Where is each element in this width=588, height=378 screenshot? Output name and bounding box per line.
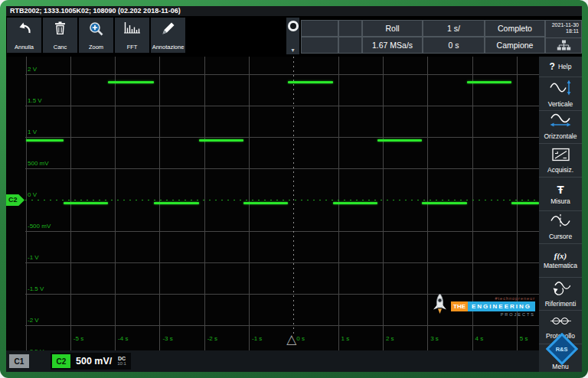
sidebar-item-acquisizione[interactable]: Acquisiz.	[539, 143, 582, 177]
sidebar-item-misura[interactable]: ŦMisura	[539, 177, 582, 210]
sidebar-item-help[interactable]: ?Help	[539, 57, 582, 77]
waveform-segment	[64, 202, 108, 204]
x-axis-label: -1 s	[252, 335, 262, 342]
x-axis-label: 4 s	[475, 335, 484, 342]
watermark: #technopreneurTHEENGINEERINGPROJECTS	[431, 293, 535, 320]
waveform-segment	[243, 202, 288, 204]
watermark-hashtag: #technopreneur	[495, 296, 535, 301]
y-axis-label: -1 V	[28, 254, 39, 261]
gridline-vertical	[204, 57, 205, 350]
reference-icon	[551, 281, 570, 298]
x-axis-label: 5 s	[520, 335, 528, 342]
sidebar-item-matematica[interactable]: f(x)Matematica	[539, 243, 582, 277]
status-acq-mode[interactable]: Roll	[362, 20, 423, 37]
x-axis-label: -5 s	[74, 335, 83, 342]
y-axis-label: 1 V	[28, 129, 37, 135]
toolbar-button-label: Zoom	[89, 44, 103, 51]
channel-tab-c1[interactable]: C1	[9, 354, 29, 368]
left-column: △2 V1.5 V1 V500 mV0 V-500 mV-1 V-1.5 V-2…	[6, 57, 539, 372]
waveform-segment	[377, 139, 422, 142]
trigger-triangle-icon[interactable]: △	[286, 333, 296, 346]
sidebar-item-label: Acquisiz.	[547, 166, 573, 174]
status-empty	[301, 37, 338, 54]
zoom-icon	[89, 21, 103, 39]
zero-volt-line	[25, 200, 539, 200]
undo-icon	[17, 21, 32, 37]
toolbar-button-label: Annulla	[15, 44, 34, 51]
device-bezel: RTB2002; 1333.1005K02; 108090 (02.202 20…	[0, 0, 588, 378]
sidebar-item-label: Misura	[550, 197, 570, 205]
question-icon: ?	[550, 61, 555, 72]
coupling-label: DC	[118, 356, 126, 361]
status-empty	[301, 20, 338, 37]
gridline-horizontal	[25, 106, 539, 106]
toolbar-button-canc[interactable]: Canc	[43, 18, 77, 53]
toolbar-button-zoom[interactable]: Zoom	[79, 18, 113, 53]
status-grid: Roll1 s/Completo1.67 MSa/s0 sCampione	[301, 20, 545, 54]
status-acq-type[interactable]: Campione	[485, 37, 545, 54]
toolbar: AnnullaCancZoomFFTAnnotazione ▾ Roll1 s/…	[6, 16, 582, 57]
datetime-box[interactable]: 2021-11-30 18:11	[545, 20, 582, 54]
acquisition-icon	[552, 148, 570, 165]
sidebar-item-label: Matematica	[544, 262, 577, 269]
waveform-segment	[108, 81, 154, 83]
y-axis-label: -500 mV	[28, 223, 51, 230]
y-axis-label: -1.5 V	[28, 285, 44, 292]
channel-tab-c2[interactable]: C2	[52, 354, 70, 368]
waveform-segment	[333, 202, 377, 204]
sidebar-item-cursore[interactable]: Cursore	[539, 210, 582, 244]
menu-sidebar: ?HelpVerticaleOrizzontaleAcquisiz.ŦMisur…	[539, 57, 582, 372]
sidebar-item-riferimenti[interactable]: Riferimenti	[539, 277, 582, 311]
sidebar-item-label: Cursore	[549, 233, 572, 240]
trash-icon	[54, 21, 66, 37]
pencil-icon	[162, 21, 175, 38]
toolbar-button-annulla[interactable]: Annulla	[7, 18, 41, 53]
waveform-segment	[288, 81, 333, 83]
status-horizontal-position[interactable]: 0 s	[423, 37, 485, 54]
y-axis-label: 0 V	[28, 191, 37, 198]
x-axis-label: 3 s	[430, 335, 439, 342]
sidebar-item-label: Help	[558, 63, 571, 70]
toolbar-button-fft[interactable]: FFT	[115, 18, 149, 53]
sidebar-item-label: Verticale	[548, 100, 573, 108]
channel-marker-c2[interactable]: C2	[6, 194, 24, 206]
measure-icon: Ŧ	[557, 183, 564, 196]
sidebar-item-verticale[interactable]: Verticale	[539, 77, 582, 110]
rs-logo-text: R&S	[556, 346, 568, 353]
sidebar-item-label: Riferimenti	[545, 300, 577, 308]
caret-down-icon[interactable]: ▾	[291, 47, 294, 54]
status-acq-state[interactable]: Completo	[485, 20, 545, 37]
status-sample-rate[interactable]: 1.67 MSa/s	[362, 37, 423, 54]
time-text: 18:11	[546, 28, 579, 34]
waveform-segment	[154, 202, 198, 204]
x-axis-label: 1 s	[341, 335, 350, 342]
gridline-horizontal	[25, 325, 539, 326]
fft-icon	[123, 21, 141, 37]
rocket-icon	[431, 293, 449, 320]
gridline-horizontal	[25, 137, 539, 138]
toolbar-options-knob[interactable]: ▾	[286, 18, 299, 54]
content-row: △2 V1.5 V1 V500 mV0 V-500 mV-1 V-1.5 V-2…	[6, 57, 582, 372]
watermark-engineering: ENGINEERING	[468, 301, 535, 311]
trigger-position-line	[293, 57, 294, 334]
network-icon	[546, 38, 581, 54]
toolbar-button-annotazione[interactable]: Annotazione	[151, 18, 185, 53]
toolbar-buttons: AnnullaCancZoomFFTAnnotazione	[7, 18, 185, 53]
window-title: RTB2002; 1333.1005K02; 108090 (02.202 20…	[6, 6, 582, 16]
vertical-scale-icon	[550, 80, 571, 99]
channel-scale: 500 mV/	[76, 356, 112, 367]
channel-info-group[interactable]: C2 500 mV/ DC 10:1	[51, 353, 131, 370]
gridline-horizontal	[25, 74, 539, 75]
waveform-segment	[511, 202, 539, 204]
toolbar-button-label: Canc	[54, 44, 67, 51]
gridline-vertical	[115, 57, 116, 350]
oscilloscope-screen: RTB2002; 1333.1005K02; 108090 (02.202 20…	[6, 6, 582, 372]
toolbar-button-label: Annotazione	[152, 44, 185, 51]
gridline-horizontal	[25, 262, 539, 263]
gridline-vertical	[383, 57, 384, 350]
waveform-segment	[26, 139, 64, 142]
waveform-display[interactable]: △2 V1.5 V1 V500 mV0 V-500 mV-1 V-1.5 V-2…	[6, 57, 539, 350]
status-timebase[interactable]: 1 s/	[423, 20, 485, 37]
sidebar-item-orizzontale[interactable]: Orizzontale	[539, 110, 582, 144]
knob-icon	[288, 21, 299, 31]
